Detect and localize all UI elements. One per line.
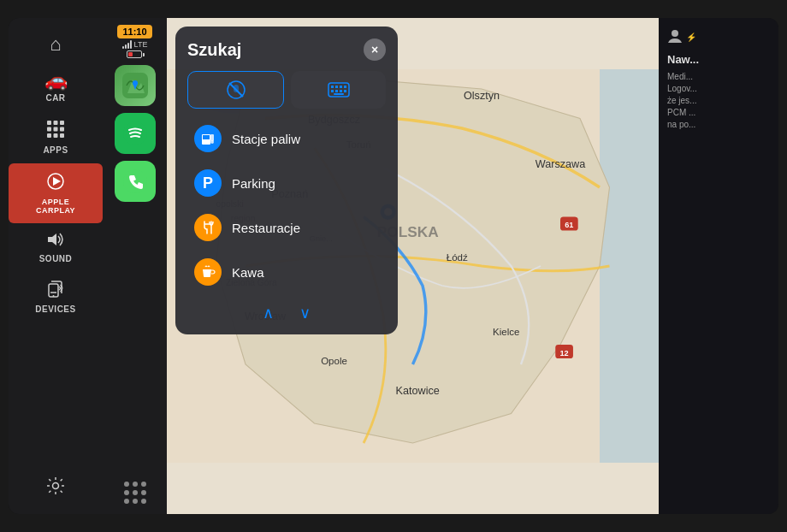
coffee-icon [194, 258, 222, 286]
sidebar: ⌂ 🚗 CAR APPS [9, 18, 103, 514]
svg-text:Łódź: Łódź [447, 252, 468, 263]
svg-text:Warszawa: Warszawa [536, 158, 587, 170]
search-item-coffee[interactable]: Kawa [187, 251, 386, 293]
apple-carplay-icon [46, 172, 65, 194]
right-panel-line-2: Logov... [667, 83, 770, 95]
battery-fill [128, 52, 132, 56]
spotify-app-icon[interactable] [115, 113, 156, 154]
right-panel-title: Naw... [667, 53, 770, 66]
svg-point-19 [123, 169, 147, 193]
svg-rect-54 [340, 86, 342, 88]
screen-wrapper: ⌂ 🚗 CAR APPS [9, 18, 778, 514]
search-item-coffee-label: Kawa [232, 265, 264, 280]
app-grid-icon[interactable] [121, 478, 150, 507]
svg-text:Olsztyn: Olsztyn [464, 90, 500, 102]
sidebar-item-apple-carplay-label: APPLECARPLAY [36, 198, 75, 215]
svg-rect-7 [54, 133, 58, 138]
right-panel-line-1: Medi... [667, 71, 770, 83]
page-down-button[interactable]: ∨ [299, 304, 311, 322]
svg-rect-8 [60, 133, 64, 138]
svg-rect-52 [331, 86, 334, 88]
sidebar-item-car[interactable]: 🚗 CAR [9, 62, 103, 111]
page-up-button[interactable]: ∧ [263, 304, 274, 322]
sidebar-item-devices-label: DEVICES [35, 304, 75, 314]
close-icon: × [371, 43, 378, 56]
pagination-row: ∧ ∨ [187, 300, 386, 326]
svg-rect-62 [203, 135, 210, 139]
svg-text:Kielce: Kielce [493, 327, 519, 337]
search-item-parking-label: Parking [232, 176, 275, 191]
right-panel-line-4: PCM ... [667, 107, 770, 119]
sidebar-item-settings[interactable] [9, 468, 103, 507]
search-item-gas-label: Stacje paliw [232, 132, 300, 146]
car-icon: 🚗 [44, 71, 68, 90]
svg-marker-10 [53, 177, 61, 186]
user-icon [667, 28, 683, 46]
sidebar-item-devices[interactable]: DEVICES [9, 272, 103, 322]
svg-rect-58 [340, 90, 342, 92]
keyboard-icon [328, 82, 350, 98]
svg-text:61: 61 [565, 221, 573, 229]
apps-icon [46, 120, 65, 142]
right-panel-line-3: że jes... [667, 95, 770, 107]
right-panel-line-5: na po... [667, 119, 770, 131]
carplay-panel: 11:10 LTE [103, 18, 167, 514]
parking-icon: P [194, 169, 222, 197]
search-item-restaurant[interactable]: Restauracje [187, 206, 386, 249]
sidebar-item-apps-label: APPS [43, 145, 68, 155]
gas-station-icon [194, 125, 222, 152]
search-item-parking[interactable]: P Parking [187, 162, 386, 204]
svg-rect-3 [47, 127, 51, 132]
sidebar-item-car-label: CAR [45, 93, 65, 103]
maps-app-icon[interactable] [115, 65, 156, 106]
devices-icon [48, 281, 63, 301]
svg-rect-56 [331, 90, 334, 92]
sidebar-item-apps[interactable]: APPS [9, 111, 103, 163]
svg-point-65 [672, 30, 678, 37]
svg-point-64 [210, 140, 214, 144]
svg-text:12: 12 [559, 349, 568, 358]
svg-rect-53 [335, 86, 338, 88]
coffee-cup-icon [200, 264, 216, 280]
lte-label: LTE [134, 40, 148, 49]
restaurant-icon [194, 214, 222, 241]
search-list: Stacje paliw P Parking [187, 117, 386, 293]
fuel-icon [200, 131, 216, 146]
svg-rect-6 [47, 133, 51, 138]
sound-icon [46, 232, 65, 251]
svg-rect-57 [335, 90, 338, 92]
keyboard-search-button[interactable] [291, 71, 386, 109]
search-title: Szukaj [187, 40, 241, 60]
svg-rect-55 [344, 86, 346, 88]
close-button[interactable]: × [364, 38, 386, 61]
settings-icon [46, 476, 65, 499]
content-area: 11:10 LTE [103, 18, 778, 514]
svg-rect-4 [54, 127, 58, 132]
svg-rect-60 [334, 93, 344, 95]
signal-bars-icon [122, 40, 132, 49]
battery-icon [127, 50, 142, 58]
sidebar-item-apple-carplay[interactable]: APPLECARPLAY [9, 163, 103, 223]
status-bar: 11:10 LTE [117, 25, 151, 58]
voice-search-button[interactable] [187, 71, 284, 109]
signal-row: LTE [122, 40, 148, 49]
sidebar-item-sound[interactable]: SOUND [9, 223, 103, 272]
search-header: Szukaj × [187, 38, 386, 61]
home-icon: ⌂ [50, 35, 61, 54]
svg-text:Katowice: Katowice [396, 385, 440, 397]
user-status-icon: ⚡ [686, 33, 696, 42]
svg-rect-1 [54, 121, 58, 125]
search-item-restaurant-label: Restauracje [232, 221, 300, 235]
svg-rect-5 [60, 127, 64, 132]
user-icon-row: ⚡ [667, 28, 770, 46]
svg-rect-2 [60, 121, 64, 125]
sidebar-item-home[interactable]: ⌂ [9, 25, 103, 62]
phone-app-icon[interactable] [115, 161, 156, 202]
microphone-cancel-icon [227, 80, 246, 99]
map-area: S11 S22 61 12 Olsztyn Bydgoszcz Toruń Po… [167, 18, 659, 514]
svg-rect-0 [47, 121, 51, 125]
search-item-gas[interactable]: Stacje paliw [187, 117, 386, 160]
svg-rect-12 [49, 284, 58, 297]
svg-rect-50 [234, 85, 239, 92]
svg-rect-63 [210, 134, 214, 141]
